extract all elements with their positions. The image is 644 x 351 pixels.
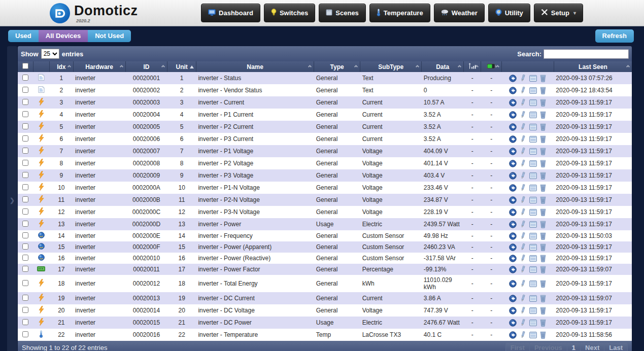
nav-switches[interactable]: Switches <box>264 4 315 22</box>
page-size-select[interactable]: 25 <box>41 49 59 59</box>
col-last-seen[interactable]: Last Seen <box>554 61 632 72</box>
log-icon[interactable] <box>509 255 517 262</box>
row-checkbox[interactable] <box>22 319 28 325</box>
select-all-header[interactable] <box>18 61 33 72</box>
row-checkbox[interactable] <box>22 184 28 190</box>
notes-icon[interactable] <box>529 148 537 155</box>
log-icon[interactable] <box>509 111 517 119</box>
log-icon[interactable] <box>509 172 517 180</box>
notes-icon[interactable] <box>529 197 537 203</box>
trash-icon[interactable] <box>540 221 546 228</box>
row-checkbox[interactable] <box>22 99 28 105</box>
col-idx[interactable]: Idx <box>50 61 73 72</box>
filter-all-devices-button[interactable]: All Devices <box>39 30 88 42</box>
trash-icon[interactable] <box>540 232 546 240</box>
trash-icon[interactable] <box>540 99 546 107</box>
log-icon[interactable] <box>509 280 517 288</box>
notes-icon[interactable] <box>529 244 537 251</box>
search-input[interactable] <box>544 49 629 59</box>
trash-icon[interactable] <box>540 307 546 314</box>
log-icon[interactable] <box>509 208 517 216</box>
row-checkbox[interactable] <box>22 87 28 93</box>
trash-icon[interactable] <box>540 280 546 288</box>
edit-icon[interactable] <box>520 196 526 204</box>
nav-utility[interactable]: Utility <box>488 4 530 22</box>
trash-icon[interactable] <box>540 255 546 262</box>
pagination-previous[interactable]: Previous <box>529 343 567 351</box>
notes-icon[interactable] <box>529 266 537 273</box>
pagination-last[interactable]: Last <box>604 343 627 351</box>
select-all-checkbox[interactable] <box>22 63 28 69</box>
notes-icon[interactable] <box>529 99 537 106</box>
trash-icon[interactable] <box>540 208 546 216</box>
trash-icon[interactable] <box>540 87 546 94</box>
row-checkbox[interactable] <box>22 266 28 272</box>
notes-icon[interactable] <box>529 221 537 228</box>
col-id[interactable]: ID <box>125 61 167 72</box>
log-icon[interactable] <box>509 307 517 314</box>
log-icon[interactable] <box>509 123 517 131</box>
edit-icon[interactable] <box>520 319 526 327</box>
row-checkbox[interactable] <box>22 160 28 166</box>
notes-icon[interactable] <box>529 280 537 287</box>
edit-icon[interactable] <box>520 220 526 228</box>
row-checkbox[interactable] <box>22 75 28 81</box>
edit-icon[interactable] <box>520 232 526 240</box>
log-icon[interactable] <box>509 87 517 94</box>
edit-icon[interactable] <box>520 294 526 302</box>
row-checkbox[interactable] <box>22 123 28 129</box>
pagination-next[interactable]: Next <box>580 343 604 351</box>
filter-used-button[interactable]: Used <box>8 30 39 42</box>
edit-icon[interactable] <box>520 135 526 143</box>
trash-icon[interactable] <box>540 160 546 167</box>
notes-icon[interactable] <box>529 160 537 167</box>
row-checkbox[interactable] <box>22 172 28 178</box>
log-icon[interactable] <box>509 184 517 192</box>
edit-icon[interactable] <box>520 147 526 155</box>
log-icon[interactable] <box>509 295 517 302</box>
trash-icon[interactable] <box>540 148 546 155</box>
nav-temperature[interactable]: Temperature <box>369 4 430 22</box>
row-checkbox[interactable] <box>22 208 28 215</box>
col-signal[interactable] <box>464 61 481 72</box>
trash-icon[interactable] <box>540 196 546 204</box>
row-checkbox[interactable] <box>22 295 28 301</box>
log-icon[interactable] <box>509 243 517 251</box>
row-checkbox[interactable] <box>22 280 28 286</box>
nav-scenes[interactable]: Scenes <box>319 4 366 22</box>
edit-icon[interactable] <box>520 74 526 82</box>
col-data[interactable]: Data <box>422 61 464 72</box>
notes-icon[interactable] <box>529 295 537 302</box>
edit-icon[interactable] <box>520 171 526 180</box>
col-type[interactable]: Type <box>314 61 360 72</box>
nav-weather[interactable]: Weather <box>434 4 485 22</box>
edit-icon[interactable] <box>520 208 526 216</box>
edit-icon[interactable] <box>520 243 526 251</box>
row-checkbox[interactable] <box>22 331 28 337</box>
trash-icon[interactable] <box>540 135 546 143</box>
notes-icon[interactable] <box>529 185 537 191</box>
edit-icon[interactable] <box>520 254 526 262</box>
trash-icon[interactable] <box>540 75 546 82</box>
trash-icon[interactable] <box>540 111 546 119</box>
log-icon[interactable] <box>509 196 517 204</box>
log-icon[interactable] <box>509 75 517 82</box>
log-icon[interactable] <box>509 99 517 107</box>
notes-icon[interactable] <box>529 112 537 118</box>
edit-icon[interactable] <box>520 184 526 192</box>
notes-icon[interactable] <box>529 124 537 130</box>
col-unit[interactable]: Unit <box>167 61 196 72</box>
notes-icon[interactable] <box>529 320 537 326</box>
col-subtype[interactable]: SubType <box>360 61 422 72</box>
pagination-page-1[interactable]: 1 <box>567 343 580 351</box>
log-icon[interactable] <box>509 221 517 228</box>
row-checkbox[interactable] <box>22 111 28 117</box>
refresh-button[interactable]: Refresh <box>595 29 634 43</box>
trash-icon[interactable] <box>540 184 546 192</box>
col-hardware[interactable]: Hardware <box>73 61 125 72</box>
log-icon[interactable] <box>509 148 517 155</box>
edit-icon[interactable] <box>520 306 526 314</box>
notes-icon[interactable] <box>529 233 537 239</box>
log-icon[interactable] <box>509 266 517 273</box>
edit-icon[interactable] <box>520 159 526 167</box>
